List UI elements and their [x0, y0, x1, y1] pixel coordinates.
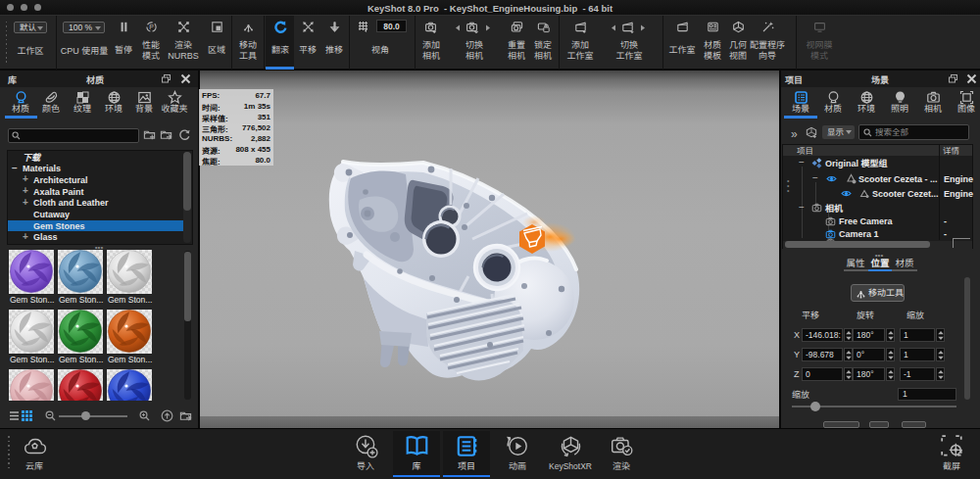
svg-text:P: P	[149, 24, 154, 30]
